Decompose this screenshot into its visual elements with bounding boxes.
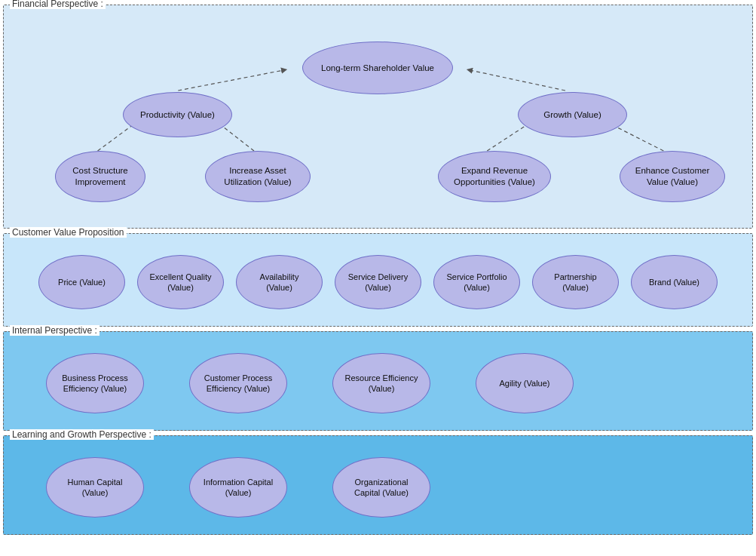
node-growth: Growth (Value) — [518, 92, 627, 137]
node-enhance-customer: Enhance Customer Value (Value) — [620, 151, 725, 202]
customer-item-4: Service Portfolio (Value) — [433, 255, 520, 309]
customer-label: Customer Value Proposition — [10, 227, 127, 238]
node-productivity: Productivity (Value) — [123, 92, 232, 137]
customer-item-5: Partnership (Value) — [532, 255, 619, 309]
internal-perspective-section: Internal Perspective : Business Process … — [3, 331, 753, 431]
internal-row: Business Process Efficiency (Value) Cust… — [8, 338, 748, 421]
financial-label: Financial Perspective : — [10, 0, 106, 9]
learning-row: Human Capital (Value) Information Capita… — [8, 442, 748, 525]
customer-row: Price (Value) Excellent Quality (Value) … — [8, 240, 748, 317]
learning-label: Learning and Growth Perspective : — [10, 429, 154, 440]
svg-line-0 — [178, 70, 283, 91]
internal-item-2: Resource Efficiency (Value) — [332, 353, 430, 413]
internal-item-1: Customer Process Efficiency (Value) — [189, 353, 287, 413]
customer-item-3: Service Delivery (Value) — [335, 255, 421, 309]
customer-item-6: Brand (Value) — [631, 255, 718, 309]
node-increase-asset: Increase Asset Utilization (Value) — [205, 151, 311, 202]
learning-item-1: Information Capital (Value) — [189, 457, 287, 518]
customer-item-0: Price (Value) — [38, 255, 125, 309]
learning-item-0: Human Capital (Value) — [46, 457, 144, 518]
customer-item-1: Excellent Quality (Value) — [137, 255, 224, 309]
svg-line-1 — [470, 70, 565, 91]
customer-item-2: Availability (Value) — [236, 255, 323, 309]
internal-item-0: Business Process Efficiency (Value) — [46, 353, 144, 413]
internal-item-3: Agility (Value) — [476, 353, 574, 413]
node-expand-revenue: Expand Revenue Opportunities (Value) — [438, 151, 551, 202]
internal-label: Internal Perspective : — [10, 325, 99, 336]
learning-item-2: Organizational Capital (Value) — [332, 457, 430, 518]
customer-perspective-section: Customer Value Proposition Price (Value)… — [3, 233, 753, 327]
node-shareholder: Long-term Shareholder Value — [302, 41, 453, 94]
node-cost-structure: Cost Structure Improvement — [55, 151, 145, 202]
financial-perspective-section: Financial Perspective : — [3, 5, 753, 229]
learning-perspective-section: Learning and Growth Perspective : Human … — [3, 435, 753, 535]
